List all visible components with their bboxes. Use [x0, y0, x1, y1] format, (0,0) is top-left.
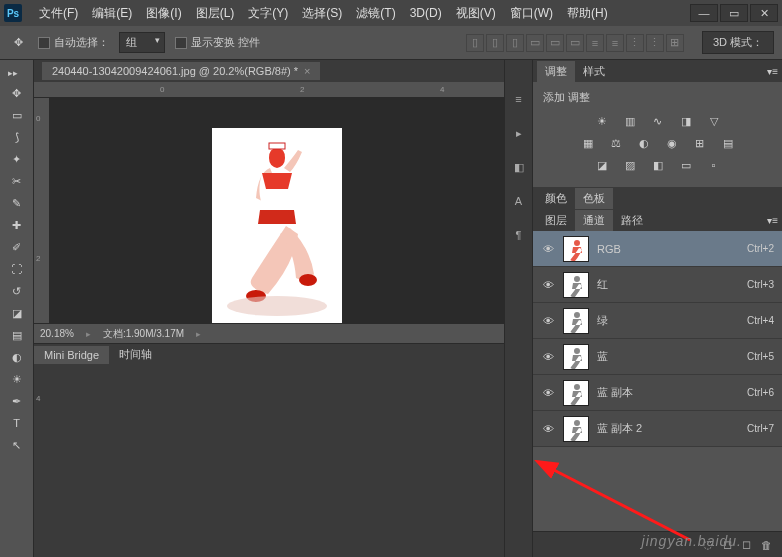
menu-layer[interactable]: 图层(L) — [189, 5, 242, 22]
styles-tab[interactable]: 样式 — [575, 61, 613, 82]
blur-tool[interactable]: ◐ — [0, 346, 33, 368]
menu-view[interactable]: 视图(V) — [449, 5, 503, 22]
visibility-toggle-icon[interactable]: 👁 — [541, 314, 555, 328]
minimize-button[interactable]: — — [690, 4, 718, 22]
group-layer-dropdown[interactable]: 组 — [119, 32, 165, 53]
distribute-3-icon[interactable]: ⋮ — [626, 34, 644, 52]
menu-type[interactable]: 文字(Y) — [241, 5, 295, 22]
history-brush-tool[interactable]: ↺ — [0, 280, 33, 302]
history-dock-icon[interactable]: ≡ — [510, 90, 528, 108]
pen-tool[interactable]: ✒ — [0, 390, 33, 412]
layers-tab[interactable]: 图层 — [537, 210, 575, 231]
close-tab-icon[interactable]: × — [304, 65, 310, 77]
channel-row[interactable]: 👁红Ctrl+3 — [533, 267, 782, 303]
properties-dock-icon[interactable]: ◧ — [510, 158, 528, 176]
channel-row[interactable]: 👁RGBCtrl+2 — [533, 231, 782, 267]
posterize-icon[interactable]: ▨ — [620, 157, 640, 173]
new-channel-icon[interactable]: ◻ — [742, 538, 751, 551]
timeline-tab[interactable]: 时间轴 — [109, 344, 162, 365]
align-center-v-icon[interactable]: ▭ — [546, 34, 564, 52]
visibility-toggle-icon[interactable]: 👁 — [541, 386, 555, 400]
channel-mixer-icon[interactable]: ⊞ — [690, 135, 710, 151]
distribute-v-icon[interactable]: ≡ — [606, 34, 624, 52]
zoom-level[interactable]: 20.18% — [40, 328, 74, 339]
magic-wand-tool[interactable]: ✦ — [0, 148, 33, 170]
gradient-tool[interactable]: ▤ — [0, 324, 33, 346]
align-right-icon[interactable]: ▯ — [506, 34, 524, 52]
channel-row[interactable]: 👁蓝 副本Ctrl+6 — [533, 375, 782, 411]
panel-menu-icon[interactable]: ▾≡ — [767, 66, 778, 77]
align-top-icon[interactable]: ▭ — [526, 34, 544, 52]
menu-edit[interactable]: 编辑(E) — [85, 5, 139, 22]
align-bottom-icon[interactable]: ▭ — [566, 34, 584, 52]
show-transform-option[interactable]: 显示变换 控件 — [175, 35, 260, 50]
mode-3d-button[interactable]: 3D 模式： — [702, 31, 774, 54]
character-dock-icon[interactable]: A — [510, 192, 528, 210]
photo-filter-icon[interactable]: ◉ — [662, 135, 682, 151]
adjustments-tab[interactable]: 调整 — [537, 61, 575, 82]
distribute-h-icon[interactable]: ≡ — [586, 34, 604, 52]
canvas[interactable] — [50, 98, 504, 323]
vibrance-icon[interactable]: ▽ — [704, 113, 724, 129]
actions-dock-icon[interactable]: ▸ — [510, 124, 528, 142]
maximize-button[interactable]: ▭ — [720, 4, 748, 22]
marquee-tool[interactable]: ▭ — [0, 104, 33, 126]
bw-icon[interactable]: ◐ — [634, 135, 654, 151]
distribute-5-icon[interactable]: ⊞ — [666, 34, 684, 52]
channel-row[interactable]: 👁蓝 副本 2Ctrl+7 — [533, 411, 782, 447]
menu-filter[interactable]: 滤镜(T) — [349, 5, 402, 22]
levels-icon[interactable]: ▥ — [620, 113, 640, 129]
healing-tool[interactable]: ✚ — [0, 214, 33, 236]
brush-tool[interactable]: ✐ — [0, 236, 33, 258]
lasso-tool[interactable]: ⟆ — [0, 126, 33, 148]
auto-select-checkbox[interactable] — [38, 37, 50, 49]
lookup-icon[interactable]: ▤ — [718, 135, 738, 151]
threshold-icon[interactable]: ◧ — [648, 157, 668, 173]
distribute-4-icon[interactable]: ⋮ — [646, 34, 664, 52]
visibility-toggle-icon[interactable]: 👁 — [541, 242, 555, 256]
gradient-map-icon[interactable]: ▭ — [676, 157, 696, 173]
close-button[interactable]: ✕ — [750, 4, 778, 22]
stamp-tool[interactable]: ⛶ — [0, 258, 33, 280]
eyedropper-tool[interactable]: ✎ — [0, 192, 33, 214]
exposure-icon[interactable]: ◨ — [676, 113, 696, 129]
visibility-toggle-icon[interactable]: 👁 — [541, 422, 555, 436]
menu-select[interactable]: 选择(S) — [295, 5, 349, 22]
eraser-tool[interactable]: ◪ — [0, 302, 33, 324]
invert-icon[interactable]: ◪ — [592, 157, 612, 173]
channels-tab[interactable]: 通道 — [575, 210, 613, 231]
hue-icon[interactable]: ▦ — [578, 135, 598, 151]
dodge-tool[interactable]: ☀ — [0, 368, 33, 390]
menu-image[interactable]: 图像(I) — [139, 5, 188, 22]
align-left-icon[interactable]: ▯ — [466, 34, 484, 52]
paragraph-dock-icon[interactable]: ¶ — [510, 226, 528, 244]
selective-color-icon[interactable]: ▫ — [704, 157, 724, 173]
align-center-h-icon[interactable]: ▯ — [486, 34, 504, 52]
menu-file[interactable]: 文件(F) — [32, 5, 85, 22]
paths-tab[interactable]: 路径 — [613, 210, 651, 231]
type-tool[interactable]: T — [0, 412, 33, 434]
path-tool[interactable]: ↖ — [0, 434, 33, 456]
delete-channel-icon[interactable]: 🗑 — [761, 539, 772, 551]
swatches-tab[interactable]: 色板 — [575, 188, 613, 209]
color-balance-icon[interactable]: ⚖ — [606, 135, 626, 151]
mini-bridge-tab[interactable]: Mini Bridge — [34, 346, 109, 364]
collapse-toolbox-icon[interactable]: ▸▸ — [0, 64, 33, 82]
brightness-icon[interactable]: ☀ — [592, 113, 612, 129]
menu-3d[interactable]: 3D(D) — [403, 6, 449, 20]
visibility-toggle-icon[interactable]: 👁 — [541, 350, 555, 364]
curves-icon[interactable]: ∿ — [648, 113, 668, 129]
auto-select-option[interactable]: 自动选择： — [38, 35, 109, 50]
menu-help[interactable]: 帮助(H) — [560, 5, 615, 22]
move-tool[interactable]: ✥ — [0, 82, 33, 104]
menu-window[interactable]: 窗口(W) — [503, 5, 560, 22]
mini-bridge-panel — [34, 365, 504, 557]
channel-row[interactable]: 👁蓝Ctrl+5 — [533, 339, 782, 375]
visibility-toggle-icon[interactable]: 👁 — [541, 278, 555, 292]
channel-row[interactable]: 👁绿Ctrl+4 — [533, 303, 782, 339]
channels-menu-icon[interactable]: ▾≡ — [767, 215, 778, 226]
document-tab[interactable]: 240440-13042009424061.jpg @ 20.2%(RGB/8#… — [42, 62, 320, 80]
color-tab[interactable]: 颜色 — [537, 188, 575, 209]
show-transform-checkbox[interactable] — [175, 37, 187, 49]
crop-tool[interactable]: ✂ — [0, 170, 33, 192]
